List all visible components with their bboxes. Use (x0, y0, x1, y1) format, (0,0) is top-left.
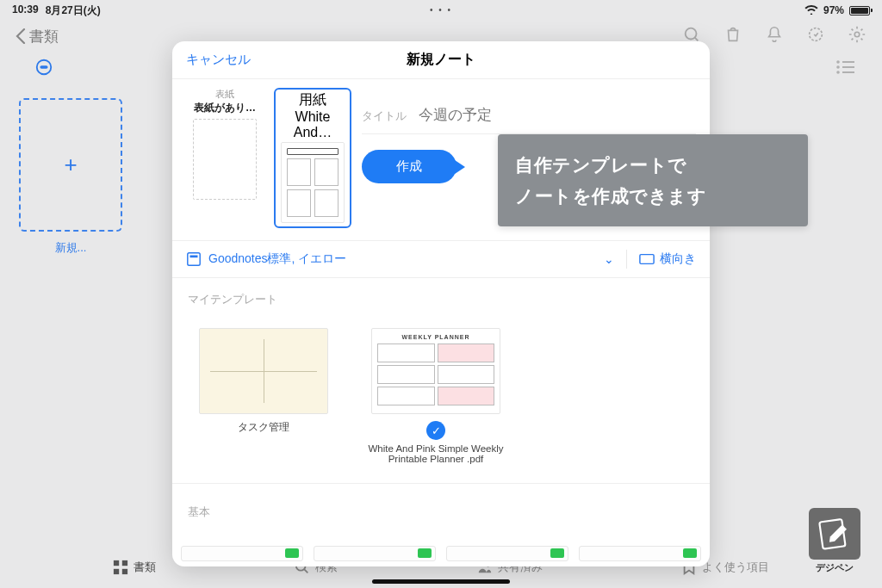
brand-badge: デジペン (803, 508, 866, 574)
template-chip[interactable] (446, 546, 568, 561)
gear-icon[interactable] (848, 25, 866, 47)
brand-icon (809, 508, 860, 560)
svg-rect-18 (188, 253, 200, 265)
template-chip[interactable] (181, 546, 303, 561)
template-thumb (199, 328, 328, 414)
svg-point-5 (836, 60, 840, 64)
battery-icon (849, 6, 870, 15)
create-button[interactable]: 作成 (362, 150, 457, 183)
back-label: 書類 (29, 27, 59, 46)
modal-title: 新規ノート (407, 51, 475, 69)
svg-rect-19 (190, 256, 198, 258)
title-label: タイトル (362, 108, 407, 124)
svg-rect-10 (842, 71, 854, 73)
cancel-button[interactable]: キャンセル (186, 52, 251, 68)
paper-style-selector[interactable]: Goodnotes標準, イエロー (186, 251, 592, 267)
list-view-icon[interactable] (835, 59, 856, 78)
svg-rect-8 (842, 66, 854, 68)
status-date: 8月27日(火) (46, 3, 101, 18)
chevron-down-icon: ⌄ (604, 252, 614, 266)
template-chip[interactable] (579, 546, 701, 561)
my-templates-heading: マイテンプレート (172, 278, 710, 313)
new-note-modal: キャンセル 新規ノート 表紙 表紙があり… 用紙 White And… タイトル… (172, 41, 710, 566)
svg-point-0 (686, 28, 697, 40)
svg-rect-12 (122, 560, 127, 566)
template-item-weekly[interactable]: WEEKLY PLANNER ✓ White And Pink Simple W… (367, 328, 505, 464)
svg-rect-14 (122, 569, 127, 574)
annotation-bubble: 自作テンプレートで ノートを作成できます (498, 134, 808, 226)
template-name: タスク管理 (195, 421, 332, 434)
bag-icon[interactable] (724, 25, 742, 47)
sync-icon[interactable] (806, 25, 825, 47)
svg-point-2 (854, 32, 860, 37)
svg-rect-6 (842, 61, 854, 63)
template-thumb: WEEKLY PLANNER (371, 328, 500, 414)
battery-pct: 97% (823, 4, 844, 16)
basic-templates-row (181, 546, 701, 561)
brand-text: デジペン (803, 561, 866, 574)
orientation-selector[interactable]: 横向き (639, 251, 696, 267)
status-bar: 10:39 8月27日(火) • • • 97% (0, 0, 882, 19)
svg-rect-13 (114, 569, 119, 574)
svg-point-7 (836, 65, 840, 69)
multitask-dots: • • • (430, 5, 452, 15)
template-chip[interactable] (314, 546, 436, 561)
home-indicator[interactable] (372, 579, 510, 584)
tab-docs[interactable]: 書類 (113, 560, 156, 575)
paper-picker[interactable]: 用紙 White And… (274, 88, 351, 228)
wifi-icon (804, 4, 818, 17)
template-icon (186, 251, 202, 267)
template-item-task[interactable]: タスク管理 (195, 328, 332, 464)
svg-rect-11 (114, 560, 119, 566)
paper-thumb (281, 142, 345, 223)
orientation-icon (639, 253, 655, 265)
svg-rect-20 (640, 255, 654, 264)
template-name: White And Pink Simple Weekly Printable P… (367, 443, 505, 464)
status-time: 10:39 (12, 3, 39, 18)
bell-icon[interactable] (765, 25, 784, 47)
view-toggle-icon[interactable] (34, 58, 53, 80)
back-button[interactable]: 書類 (16, 27, 59, 46)
basic-heading: 基本 (172, 483, 710, 525)
title-input-row[interactable]: タイトル 今週の予定 (362, 100, 696, 134)
title-value[interactable]: 今週の予定 (419, 105, 696, 125)
new-note-label: 新規... (19, 240, 122, 256)
selected-check-icon: ✓ (426, 421, 445, 440)
cover-thumb (193, 119, 257, 200)
svg-point-9 (836, 71, 840, 74)
cover-picker[interactable]: 表紙 表紙があり… (186, 88, 264, 200)
svg-point-1 (810, 28, 823, 41)
new-note-card[interactable]: + (19, 98, 122, 232)
svg-rect-4 (40, 65, 47, 69)
